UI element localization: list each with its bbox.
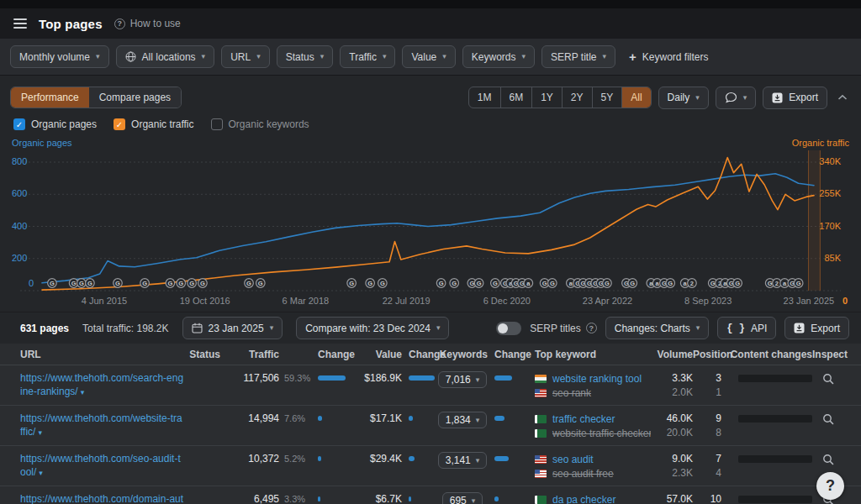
svg-text:G: G bbox=[258, 280, 263, 287]
svg-text:G: G bbox=[796, 280, 801, 287]
filter-all-locations[interactable]: All locations▾ bbox=[116, 45, 215, 68]
column-header-content-changes[interactable]: Content changes bbox=[726, 349, 812, 360]
keywords-dropdown[interactable]: 3,141▾ bbox=[438, 452, 488, 469]
column-header-url[interactable]: URL bbox=[20, 349, 185, 360]
tab-compare-pages[interactable]: Compare pages bbox=[89, 87, 181, 108]
svg-text:G: G bbox=[167, 280, 172, 287]
content-changes-cell bbox=[726, 492, 812, 503]
keywords-cell: 1,834▾ bbox=[437, 412, 488, 428]
column-header-top-keyword[interactable]: Top keyword bbox=[525, 349, 651, 360]
keywords-dropdown[interactable]: 7,016▾ bbox=[438, 371, 488, 388]
filter-serp-title[interactable]: SERP title▾ bbox=[541, 45, 615, 68]
tab-performance[interactable]: Performance bbox=[11, 87, 89, 108]
inspect-button[interactable] bbox=[812, 371, 844, 387]
page-url-link[interactable]: https://www.thehoth.com/website-traffic/… bbox=[20, 412, 185, 438]
column-header-change[interactable]: Change bbox=[488, 349, 525, 360]
filter-traffic[interactable]: Traffic▾ bbox=[340, 45, 395, 68]
changes-display-dropdown[interactable]: Changes: Charts ▾ bbox=[605, 317, 710, 339]
traffic-share: 3.3% bbox=[279, 492, 311, 504]
keyword-link[interactable]: seo audit bbox=[552, 454, 594, 465]
range-5y[interactable]: 5Y bbox=[592, 87, 622, 108]
compare-date-label: Compare with: 23 Dec 2024 bbox=[305, 323, 430, 334]
page-url-link[interactable]: https://www.thehoth.com/seo-audit-tool/▾ bbox=[20, 452, 185, 479]
column-header-keywords[interactable]: Keywords bbox=[437, 349, 488, 360]
compare-date-button[interactable]: Compare with: 23 Dec 2024 ▾ bbox=[296, 317, 449, 339]
filter-monthly-volume[interactable]: Monthly volume▾ bbox=[10, 45, 109, 68]
value-change-bar bbox=[409, 496, 411, 501]
how-to-use-link[interactable]: ? How to use bbox=[114, 18, 181, 29]
filter-url[interactable]: URL▾ bbox=[221, 45, 270, 68]
date-picker-button[interactable]: 23 Jan 2025 ▾ bbox=[182, 317, 283, 339]
value-change-bar bbox=[409, 456, 415, 461]
hamburger-menu-icon[interactable] bbox=[13, 18, 27, 29]
table-header-row: URLStatusTrafficChangeValueChangeKeyword… bbox=[0, 344, 861, 365]
keyword-position: 4 bbox=[693, 466, 721, 480]
traffic-change-cell bbox=[311, 452, 350, 461]
inspect-button[interactable] bbox=[812, 452, 844, 468]
keyword-link[interactable]: website ranking tool bbox=[552, 373, 642, 385]
keywords-dropdown[interactable]: 1,834▾ bbox=[438, 412, 488, 428]
keyword-position: 7 bbox=[693, 452, 721, 466]
range-2y[interactable]: 2Y bbox=[562, 87, 592, 108]
column-header-traffic[interactable]: Traffic bbox=[220, 349, 279, 360]
value-cell: $186.9K bbox=[350, 371, 402, 385]
column-header-value[interactable]: Value bbox=[350, 349, 402, 360]
inspect-icon[interactable] bbox=[822, 454, 834, 465]
window-chrome-strip bbox=[0, 0, 861, 8]
filter-keywords[interactable]: Keywords▾ bbox=[462, 45, 535, 68]
filter-status[interactable]: Status▾ bbox=[277, 45, 334, 68]
chevron-up-icon bbox=[837, 94, 848, 101]
svg-text:G: G bbox=[710, 280, 716, 287]
inspect-icon[interactable] bbox=[822, 373, 834, 385]
column-header-position[interactable]: Position bbox=[693, 349, 726, 360]
inspect-icon[interactable] bbox=[822, 413, 834, 425]
filter-buttons: Monthly volume▾All locations▾URL▾Status▾… bbox=[10, 45, 615, 68]
filter-label: Keywords bbox=[472, 51, 516, 63]
keyword-link[interactable]: da pa checker bbox=[552, 494, 615, 504]
legend-organic-pages[interactable]: ✓Organic pages bbox=[13, 118, 97, 130]
keyword-line: website ranking tool bbox=[535, 371, 651, 386]
traffic-value: 10,372 bbox=[220, 452, 279, 465]
value-change-cell bbox=[402, 492, 437, 501]
chart-export-button[interactable]: Export bbox=[763, 87, 827, 109]
collapse-chart-button[interactable] bbox=[834, 92, 851, 103]
range-1y[interactable]: 1Y bbox=[531, 87, 562, 108]
traffic-share: 7.6% bbox=[279, 412, 311, 425]
legend-organic-keywords[interactable]: Organic keywords bbox=[211, 118, 309, 130]
table-export-button[interactable]: Export bbox=[784, 317, 849, 339]
value-cell: $29.4K bbox=[350, 452, 402, 465]
range-1m[interactable]: 1M bbox=[469, 87, 500, 108]
export-download-icon bbox=[794, 323, 805, 333]
range-all[interactable]: All bbox=[621, 87, 650, 108]
flag-us-icon bbox=[535, 389, 547, 397]
svg-text:G: G bbox=[439, 280, 444, 287]
keyword-filters-button[interactable]: + Keyword filters bbox=[629, 50, 708, 64]
keyword-volume: 46.0K bbox=[651, 412, 693, 426]
serp-titles-toggle[interactable] bbox=[496, 322, 521, 335]
table-export-label: Export bbox=[811, 323, 840, 334]
top-keyword-cell: website ranking toolseo rank bbox=[525, 371, 651, 400]
column-header-change[interactable]: Change bbox=[311, 349, 350, 360]
svg-text:G: G bbox=[349, 280, 354, 287]
floating-help-button[interactable]: ? bbox=[816, 472, 844, 500]
inspect-button[interactable] bbox=[812, 412, 844, 428]
legend-organic-traffic[interactable]: ✓Organic traffic bbox=[114, 118, 193, 130]
keyword-volume-cell: 3.3K2.0K bbox=[651, 371, 693, 400]
api-button[interactable]: { } API bbox=[717, 317, 776, 339]
page-url-link[interactable]: https://www.thehoth.com/search-engine-ra… bbox=[20, 371, 185, 398]
table-row: https://www.thehoth.com/seo-audit-tool/▾… bbox=[0, 446, 861, 486]
svg-text:G: G bbox=[452, 280, 457, 287]
comments-dropdown[interactable]: ▾ bbox=[716, 87, 757, 109]
column-header-volume[interactable]: Volume bbox=[651, 349, 693, 360]
keywords-dropdown[interactable]: 695▾ bbox=[442, 492, 483, 504]
keywords-change-cell bbox=[488, 371, 525, 381]
column-header-change[interactable]: Change bbox=[402, 349, 437, 360]
column-header-status[interactable]: Status bbox=[185, 349, 220, 360]
granularity-dropdown[interactable]: Daily ▾ bbox=[658, 87, 709, 109]
filter-value[interactable]: Value▾ bbox=[402, 45, 455, 68]
range-6m[interactable]: 6M bbox=[500, 87, 532, 108]
page-url-link[interactable]: https://www.thehoth.com/domain-authority… bbox=[20, 492, 185, 504]
keyword-link[interactable]: traffic checker bbox=[552, 413, 615, 425]
keywords-count: 1,834 bbox=[446, 414, 471, 426]
column-header-inspect[interactable]: Inspect bbox=[812, 349, 844, 360]
